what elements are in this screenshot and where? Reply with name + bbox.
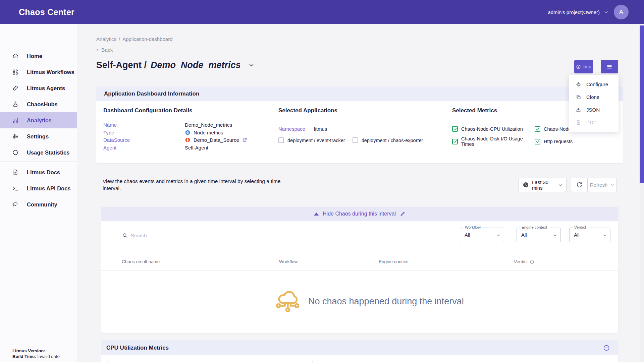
app-title: Chaos Center (19, 7, 74, 17)
info-circle-icon[interactable] (530, 259, 534, 264)
breadcrumb-application-dashboard: Application-dashboard (122, 36, 172, 42)
breadcrumb: Analytics / Application-dashboard (96, 36, 172, 42)
analytics-icon (12, 117, 19, 124)
application-dashboard-information-card: Application Dashboard Information Dashbo… (96, 86, 623, 163)
title-chevron-down-icon[interactable] (248, 62, 255, 68)
chevron-down-icon (496, 233, 501, 238)
table-header-divider (101, 270, 618, 271)
sidebar-item-analytics[interactable]: Analytics (0, 112, 77, 128)
page-title: Self-Agent / Demo_Node_metrics (96, 58, 255, 72)
community-icon (12, 201, 19, 208)
checkbox-cpu-utilization[interactable]: Chaos-Node-CPU Utilization (452, 126, 535, 132)
home-icon (12, 53, 19, 59)
chevron-down-icon (610, 183, 614, 187)
usage-statistics-icon (12, 149, 19, 156)
type-label: Type (103, 130, 185, 135)
sidebar-footer: Litmus Version: Build Time: Invalid date (12, 348, 60, 359)
search-icon (122, 233, 128, 238)
selected-metrics-title: Selected Metrics (452, 107, 497, 114)
cpu-card-header: CPU Utilization Metrics (101, 340, 618, 355)
sidebar-item-litmus-api-docs[interactable]: Litmus API Docs (0, 180, 77, 196)
menu-item-pdf[interactable]: PDF (569, 116, 619, 129)
checkbox-checked-icon[interactable] (535, 126, 540, 132)
refresh-icon (576, 181, 583, 188)
info-card-header: Application Dashboard Information (96, 86, 623, 101)
checkbox-unchecked-icon[interactable] (353, 137, 358, 143)
agent-name: Self-Agent / (96, 60, 147, 70)
checkbox-checked-icon[interactable] (452, 139, 458, 144)
gear-icon (576, 81, 581, 87)
time-range-select[interactable]: Last 30 mins (519, 178, 567, 192)
sidebar-item-litmus-agents[interactable]: Litmus Agents (0, 80, 77, 96)
empty-message: No chaos happened during the interval (308, 296, 464, 307)
hide-chaos-toggle[interactable]: Hide Chaos during this interval (101, 207, 618, 221)
checkbox-checked-icon[interactable] (452, 126, 458, 132)
refresh-now-button[interactable] (571, 178, 588, 192)
checkbox-checked-icon[interactable] (535, 139, 540, 144)
info-button[interactable]: Info (574, 60, 593, 73)
config-details-rows: Name Demo_Node_metrics Type Node metrics… (103, 122, 247, 150)
chevron-down-icon (604, 10, 608, 14)
info-icon (576, 64, 581, 69)
scrollbar-track[interactable] (640, 24, 644, 362)
sidebar-item-settings[interactable]: Settings (0, 128, 77, 144)
refresh-interval-select[interactable]: Refresh (588, 178, 617, 192)
sidebar-item-litmus-docs[interactable]: Litmus Docs (0, 164, 77, 180)
search-input[interactable] (131, 233, 171, 238)
menu-item-json[interactable]: JSON (569, 103, 619, 116)
namespace-value: litmus (314, 126, 327, 132)
checkbox-chaos-exporter[interactable]: deployment / chaos-exporter (353, 137, 423, 143)
sidebar: Home Litmus Workflows Litmus Agents Chao… (0, 24, 77, 362)
column-header-verdict: Verdict (514, 259, 534, 264)
sidebar-item-home[interactable]: Home (0, 48, 77, 64)
dashboard-name: Demo_Node_metrics (151, 60, 241, 70)
dashboard-menu-dropdown: Configure Clone JSON PDF (569, 75, 619, 132)
build-time-label: Build Time: (12, 354, 36, 359)
breadcrumb-analytics[interactable]: Analytics (96, 36, 116, 42)
pdf-file-icon (576, 120, 581, 125)
engine-context-filter-select[interactable]: Engine context All (517, 228, 561, 242)
pencil-icon[interactable] (400, 211, 406, 217)
menu-item-clone[interactable]: Clone (569, 90, 619, 103)
clock-icon (523, 182, 529, 188)
build-time-value: Invalid date (36, 354, 60, 359)
sidebar-item-litmus-workflows[interactable]: Litmus Workflows (0, 64, 77, 80)
namespace-row: Namespace litmus (278, 126, 327, 132)
sidebar-item-chaoshubs[interactable]: ChaosHubs (0, 96, 77, 112)
checkbox-unchecked-icon[interactable] (278, 137, 284, 143)
workflows-icon (12, 69, 19, 75)
avatar[interactable]: A (614, 5, 629, 19)
back-button[interactable]: Back (95, 47, 113, 53)
api-docs-icon (12, 185, 19, 192)
collapse-minus-icon[interactable] (603, 345, 610, 351)
download-icon (576, 107, 581, 113)
checkbox-event-tracker[interactable]: deployment / event-tracker (278, 137, 345, 143)
verdict-filter-select[interactable]: Verdict All (569, 228, 610, 242)
clone-icon (576, 94, 581, 100)
agent-label: Agent (103, 145, 185, 150)
datasource-label: DataSource (103, 137, 185, 143)
project-selector[interactable]: admin's project(Owner) (548, 9, 608, 15)
datasource-value: Demo_Data_Source (185, 137, 247, 143)
sidebar-divider (0, 162, 77, 162)
scrollbar-thumb[interactable] (640, 25, 644, 183)
cloud-network-icon (274, 288, 302, 315)
selected-applications-title: Selected Applications (278, 107, 337, 114)
checkbox-http-requests[interactable]: Http requests (535, 136, 616, 147)
sidebar-item-community[interactable]: Community (0, 196, 77, 213)
chaoshubs-icon (12, 101, 19, 108)
chevron-down-icon (558, 183, 562, 187)
settings-icon (12, 133, 19, 140)
config-details-title: Dashboard Configuration Details (103, 107, 192, 114)
litmus-version-label: Litmus Version: (12, 348, 45, 353)
time-range-value: Last 30 mins (532, 179, 555, 191)
node-metrics-icon (185, 130, 191, 135)
checkbox-disk-io-times[interactable]: Chaos-Node-Disk I/O Usage Times (452, 136, 535, 147)
workflow-filter-select[interactable]: Workflow All (460, 228, 504, 242)
chevron-down-icon (602, 233, 607, 238)
dashboard-menu-button[interactable] (601, 60, 618, 73)
sidebar-item-usage-statistics[interactable]: Usage Statistics (0, 144, 77, 161)
chevron-down-icon (553, 233, 557, 238)
external-link-icon[interactable] (242, 137, 247, 142)
menu-item-configure[interactable]: Configure (569, 78, 619, 90)
